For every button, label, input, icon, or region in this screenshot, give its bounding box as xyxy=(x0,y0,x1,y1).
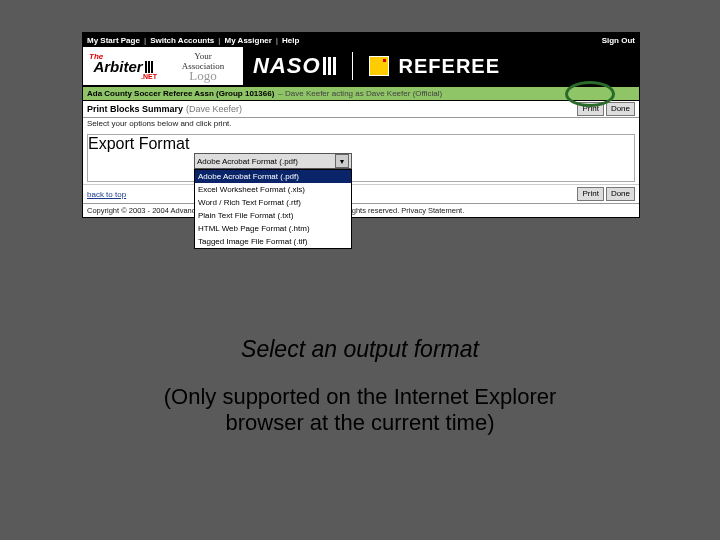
chevron-down-icon[interactable]: ▼ xyxy=(335,154,349,168)
group-name: Ada County Soccer Referee Assn (Group 10… xyxy=(87,89,274,98)
caption-line-1: Select an output format xyxy=(0,336,720,363)
referee-icon xyxy=(369,56,389,76)
export-format-fieldset: Export Format xyxy=(87,134,635,182)
done-button-bottom[interactable]: Done xyxy=(606,187,635,201)
nav-my-start-page[interactable]: My Start Page xyxy=(87,36,140,45)
arbiter-logo: The Arbiter .NET xyxy=(83,47,163,85)
caption-line-2: (Only supported on the Internet Explorer… xyxy=(0,384,720,436)
page-title-row: Print Blocks Summary (Dave Keefer) Print… xyxy=(83,101,639,118)
instruction-text: Select your options below and click prin… xyxy=(83,118,639,132)
export-format-dropdown[interactable]: Adobe Acrobat Format (.pdf) ▼ Adobe Acro… xyxy=(194,153,352,249)
referee-logo: REFEREE xyxy=(399,55,500,78)
dropdown-option[interactable]: Word / Rich Text Format (.rtf) xyxy=(195,196,351,209)
print-button[interactable]: Print xyxy=(577,102,603,116)
nav-switch-accounts[interactable]: Switch Accounts xyxy=(150,36,214,45)
done-button[interactable]: Done xyxy=(606,102,635,116)
export-legend: Export Format xyxy=(88,135,189,152)
print-button-bottom[interactable]: Print xyxy=(577,187,603,201)
dropdown-list: Adobe Acrobat Format (.pdf) Excel Worksh… xyxy=(194,169,352,249)
page-title: Print Blocks Summary xyxy=(87,104,183,114)
nav-help[interactable]: Help xyxy=(282,36,299,45)
dropdown-option[interactable]: HTML Web Page Format (.htm) xyxy=(195,222,351,235)
naso-logo: NASO xyxy=(253,53,336,79)
top-nav: My Start Page | Switch Accounts | My Ass… xyxy=(83,33,639,47)
nav-my-assigner[interactable]: My Assigner xyxy=(225,36,272,45)
logo-strip: The Arbiter .NET Your Association Logo N… xyxy=(83,47,639,86)
acting-as: – Dave Keefer acting as Dave Keefer (Off… xyxy=(278,89,442,98)
nav-sign-out[interactable]: Sign Out xyxy=(602,36,635,45)
dropdown-option[interactable]: Tagged Image File Format (.tif) xyxy=(195,235,351,248)
association-logo: Your Association Logo xyxy=(163,47,243,85)
dropdown-option[interactable]: Adobe Acrobat Format (.pdf) xyxy=(195,170,351,183)
copyright-text: Copyright © 2003 - 2004 Advanced Busines… xyxy=(83,203,639,217)
sponsor-logos: NASO REFEREE xyxy=(243,47,639,85)
context-bar: Ada County Soccer Referee Assn (Group 10… xyxy=(83,86,639,101)
app-window: My Start Page | Switch Accounts | My Ass… xyxy=(82,32,640,218)
back-to-top-link[interactable]: back to top xyxy=(87,190,126,199)
dropdown-selected[interactable]: Adobe Acrobat Format (.pdf) ▼ xyxy=(194,153,352,169)
dropdown-option[interactable]: Excel Worksheet Format (.xls) xyxy=(195,183,351,196)
dropdown-option[interactable]: Plain Text File Format (.txt) xyxy=(195,209,351,222)
footer-row: back to top Print Done xyxy=(83,184,639,203)
page-subtitle: (Dave Keefer) xyxy=(186,104,242,114)
